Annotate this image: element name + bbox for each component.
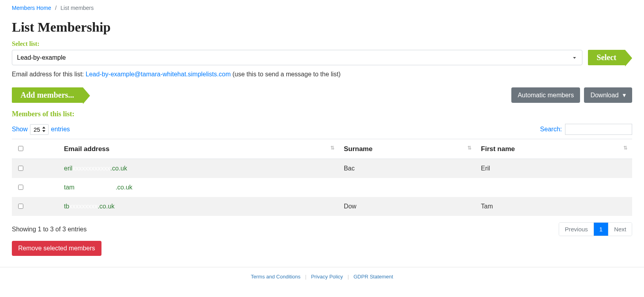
member-email-link[interactable]: erilxxxxxxxxxxxx.co.uk — [64, 165, 127, 172]
row-checkbox[interactable] — [18, 185, 23, 190]
page-title: List Membership — [12, 20, 632, 35]
table-row: tamxxxxxxxxxxxxx.co.uk — [12, 178, 632, 197]
member-firstname: Tam — [476, 197, 632, 216]
member-firstname — [476, 178, 632, 197]
footer-gdpr-link[interactable]: GDPR Statement — [353, 274, 393, 280]
pagination-page-1[interactable]: 1 — [593, 223, 608, 236]
list-email-line: Email address for this list: Lead-by-exa… — [12, 71, 632, 78]
breadcrumb-home-link[interactable]: Members Home — [12, 5, 51, 11]
member-surname: Dow — [339, 197, 476, 216]
column-checkbox — [12, 139, 59, 159]
footer-privacy-link[interactable]: Privacy Policy — [311, 274, 343, 280]
search-input[interactable] — [565, 124, 632, 135]
members-of-list-label: Members of this list: — [12, 110, 632, 118]
column-surname[interactable]: Surname — [339, 139, 476, 159]
pagination-next[interactable]: Next — [608, 223, 632, 236]
row-checkbox[interactable] — [18, 204, 23, 209]
select-button[interactable]: Select — [588, 50, 625, 65]
member-surname — [339, 178, 476, 197]
download-button[interactable]: Download ▾ — [584, 87, 632, 103]
footer-divider: | — [305, 274, 306, 280]
member-email-link[interactable]: tbxxxxxxxxx.co.uk — [64, 203, 115, 210]
entries-label: entries — [51, 126, 70, 133]
select-all-checkbox[interactable] — [18, 146, 23, 151]
breadcrumb: Members Home / List members — [12, 0, 632, 16]
table-row: erilxxxxxxxxxxxx.co.uk Bac Eril — [12, 159, 632, 178]
list-email-prefix: Email address for this list: — [12, 71, 86, 78]
select-list-label: Select list: — [12, 40, 632, 47]
remove-selected-button[interactable]: Remove selected members — [12, 241, 101, 256]
caret-down-icon: ▾ — [623, 91, 626, 99]
footer-links: Terms and Conditions | Privacy Policy | … — [0, 274, 644, 288]
pagination: Previous 1 Next — [559, 222, 632, 236]
list-email-link[interactable]: Lead-by-example@tamara-whitehat.simpleli… — [86, 71, 231, 78]
list-select-dropdown[interactable]: Lead-by-example — [12, 50, 582, 65]
footer-separator — [0, 267, 644, 267]
member-firstname: Eril — [476, 159, 632, 178]
row-checkbox[interactable] — [18, 166, 23, 171]
pagination-previous[interactable]: Previous — [559, 223, 593, 236]
show-label: Show — [12, 126, 28, 133]
members-table: Email address Surname First name erilxxx… — [12, 139, 632, 216]
member-email-link[interactable]: tamxxxxxxxxxxxxx.co.uk — [64, 184, 132, 191]
automatic-members-button[interactable]: Automatic members — [511, 87, 580, 103]
add-members-button[interactable]: Add members... — [12, 87, 83, 103]
entries-length-select[interactable]: 25 — [30, 124, 49, 135]
member-surname: Bac — [339, 159, 476, 178]
column-email[interactable]: Email address — [59, 139, 339, 159]
footer-terms-link[interactable]: Terms and Conditions — [251, 274, 300, 280]
download-button-label: Download — [590, 92, 618, 98]
list-email-suffix: (use this to send a message to the list) — [233, 71, 341, 78]
table-row: tbxxxxxxxxx.co.uk Dow Tam — [12, 197, 632, 216]
footer-divider: | — [347, 274, 349, 280]
breadcrumb-separator: / — [55, 5, 56, 11]
column-firstname[interactable]: First name — [476, 139, 632, 159]
search-label: Search: — [540, 126, 562, 133]
breadcrumb-current: List members — [60, 5, 94, 11]
table-info: Showing 1 to 3 of 3 entries — [12, 226, 86, 233]
